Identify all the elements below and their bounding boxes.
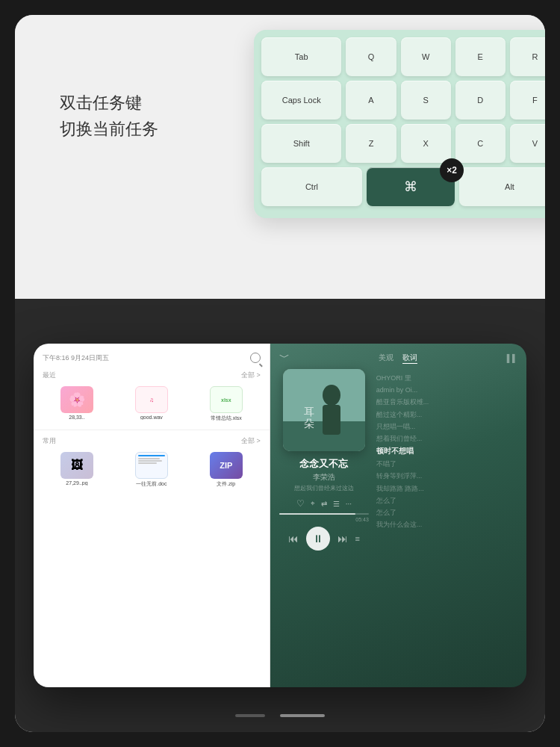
svg-point-3 (323, 385, 340, 406)
svg-text:朵: 朵 (304, 418, 314, 430)
song-artist: 李荣浩 (313, 472, 335, 483)
key-v[interactable]: V (510, 124, 545, 163)
fm-files-row2: 🖼 27,29..pg 一往无前.doc (34, 447, 270, 492)
file-icon-img: 🌸 (60, 386, 93, 413)
section-more-common[interactable]: 全部 > (241, 436, 261, 446)
key-label: Shift (293, 139, 310, 148)
lyric-line: 怎么了 (376, 495, 517, 506)
key-z[interactable]: Z (346, 124, 396, 163)
file-manager: 下午8:16 9月24日周五 最近 全部 > 🌸 28,33.. ♫ (34, 344, 270, 687)
key-tab[interactable]: Tab (261, 37, 341, 76)
doc-line (138, 455, 165, 456)
lyric-line: 我为什么会这... (376, 518, 517, 530)
key-cmd[interactable]: ⌘ ×2 (367, 167, 455, 206)
mp-left: 耳 朵 念念又不忘 李荣浩 想起我们曾经来过这边 ♡ ⌖ ⇄ ☰ (279, 369, 369, 687)
key-f[interactable]: F (510, 81, 545, 120)
key-a[interactable]: A (346, 81, 396, 120)
svg-rect-4 (323, 405, 340, 435)
key-q[interactable]: Q (346, 37, 396, 76)
lyric-line: 怎么了 (376, 506, 517, 518)
search-icon[interactable] (250, 353, 261, 363)
doc-line (138, 460, 162, 462)
file-name: 28,33.. (69, 415, 84, 420)
shuffle-icon[interactable]: ⇄ (321, 500, 327, 508)
file-icon-doc (135, 452, 168, 479)
more-icon[interactable]: ··· (346, 500, 352, 508)
doc-line (138, 458, 160, 459)
section-more-recent[interactable]: 全部 > (241, 371, 261, 380)
fm-section-recent: 最近 全部 > (34, 368, 270, 382)
key-label: R (532, 52, 538, 61)
double-tap-badge: ×2 (440, 158, 464, 182)
lyrics-icon[interactable]: ☰ (333, 500, 340, 508)
key-s[interactable]: S (401, 81, 451, 120)
file-icon-zip: ZIP (210, 452, 243, 479)
key-label: Z (369, 139, 374, 148)
nav-dot-2 (280, 714, 325, 717)
lyric-line: 只想唱一唱... (376, 421, 517, 433)
back-arrow-icon[interactable]: ﹀ (279, 351, 290, 365)
fm-date: 下午8:16 9月24日周五 (43, 353, 109, 363)
pause-button[interactable]: ⏸ (306, 527, 330, 551)
music-player: ﹀ 美观 歌词 ▌▌ (270, 344, 526, 687)
key-r[interactable]: R (510, 37, 545, 76)
file-name: 27,29..pg (66, 480, 87, 486)
mp-header: ﹀ 美观 歌词 ▌▌ (270, 344, 526, 369)
key-label: A (368, 96, 373, 105)
time-total: 05:43 (355, 517, 369, 522)
file-icon-xlsx: xlsx (210, 386, 243, 413)
file-name: 常情总结.xlsx (211, 415, 242, 422)
key-c[interactable]: C (455, 124, 505, 163)
keyboard-container: Tab Q W E R Caps Lock A S D F Shift (254, 30, 545, 269)
key-alt[interactable]: Alt (459, 167, 545, 206)
file-item[interactable]: 一往无前.doc (117, 452, 186, 488)
song-title: 念念又不忘 (299, 457, 348, 471)
key-label: Q (368, 52, 375, 61)
key-label: S (423, 96, 428, 105)
progress-bar-container[interactable] (279, 513, 369, 515)
album-art: 耳 朵 (283, 369, 365, 451)
mp-controls-row: ♡ ⌖ ⇄ ☰ ··· (296, 498, 352, 509)
img-icon: 🖼 (71, 459, 83, 472)
bluetooth-icon[interactable]: ⌖ (311, 499, 315, 508)
key-d[interactable]: D (455, 81, 505, 120)
key-e[interactable]: E (455, 37, 505, 76)
key-w[interactable]: W (401, 37, 451, 76)
file-item[interactable]: ♫ good.wav (117, 386, 186, 422)
lyric-line: 酷亚音乐版权维... (376, 396, 517, 408)
bottom-section: 下午8:16 9月24日周五 最近 全部 > 🌸 28,33.. ♫ (15, 299, 545, 732)
like-icon[interactable]: ♡ (296, 498, 305, 509)
top-section: 双击任务键 切换当前任务 Tab Q W E R Caps Lock A S (15, 15, 545, 299)
signal-icon: ▌▌ (507, 354, 517, 362)
mp-tabs: 美观 歌词 (379, 353, 417, 364)
key-label: V (532, 139, 538, 148)
key-row-3: Shift Z X C V (261, 124, 545, 163)
key-label: Caps Lock (282, 96, 321, 105)
tablet-frame: 下午8:16 9月24日周五 最近 全部 > 🌸 28,33.. ♫ (34, 344, 526, 687)
playlist-icon[interactable]: ≡ (355, 534, 360, 543)
file-item[interactable]: 🌸 28,33.. (43, 386, 111, 422)
prev-button[interactable]: ⏮ (288, 533, 299, 545)
key-label: Alt (505, 182, 514, 191)
mp-lyrics: OHYORI 里 admin by Oi... 酷亚音乐版权维... 酷过这个精… (376, 369, 517, 687)
next-button[interactable]: ⏭ (337, 533, 348, 545)
key-capslock[interactable]: Caps Lock (261, 81, 341, 120)
tab-beauty[interactable]: 美观 (379, 353, 393, 364)
file-item[interactable]: ZIP 文件.zip (192, 452, 261, 488)
tab-lyrics[interactable]: 歌词 (402, 353, 417, 364)
key-label: E (478, 52, 483, 61)
key-shift[interactable]: Shift (261, 124, 341, 163)
lyric-line-active: 顿时不想唱 (376, 444, 517, 458)
progress-bar-fill (279, 513, 355, 515)
key-x[interactable]: X (401, 124, 451, 163)
key-row-2: Caps Lock A S D F (261, 81, 545, 120)
key-label: F (532, 96, 538, 105)
file-item[interactable]: xlsx 常情总结.xlsx (192, 386, 261, 422)
main-card: 双击任务键 切换当前任务 Tab Q W E R Caps Lock A S (15, 15, 545, 732)
fm-header: 下午8:16 9月24日周五 (34, 344, 270, 368)
key-ctrl[interactable]: Ctrl (261, 167, 362, 206)
lyric-line: 转身等到浮萍... (376, 470, 517, 482)
key-row-1: Tab Q W E R (261, 37, 545, 76)
file-item[interactable]: 🖼 27,29..pg (43, 452, 111, 488)
file-icon-img2: 🖼 (60, 452, 93, 479)
